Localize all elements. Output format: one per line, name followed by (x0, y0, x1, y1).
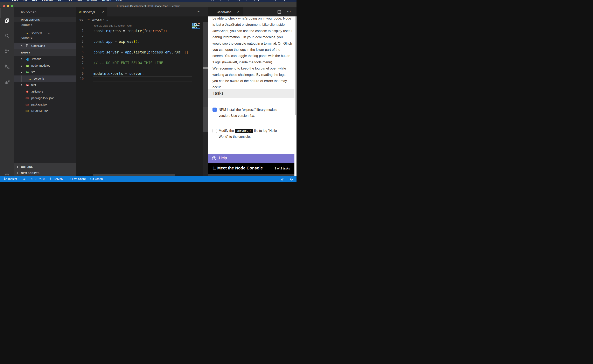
editor-item-detail: src (48, 32, 51, 35)
breadcrumb-symbol[interactable]: … (106, 18, 108, 21)
status-git-graph[interactable]: Git Graph (90, 177, 103, 181)
menu-item-run[interactable]: Run (77, 0, 82, 1)
tree-item-package-json[interactable]: npmpackage.json (14, 101, 76, 108)
menu-item-selection[interactable]: Selection (42, 0, 53, 1)
status-shmck[interactable]: ShMcK (49, 177, 63, 181)
status-0[interactable]: 0 (39, 177, 45, 181)
files-icon[interactable] (4, 18, 10, 23)
node-icon (26, 64, 29, 67)
switcher-icon[interactable] (282, 0, 285, 1)
close-tab-icon[interactable]: ✕ (237, 10, 240, 13)
editor-scrollbar-track[interactable] (203, 107, 208, 132)
breadcrumb-file[interactable]: server.js (92, 18, 101, 21)
task-label-1: NPM install the "express" library module… (219, 107, 277, 119)
circle-icon[interactable] (229, 0, 231, 1)
menu-item-terminal[interactable]: Terminal (87, 0, 97, 1)
code-line-4 (93, 44, 192, 50)
task-checkbox-2[interactable] (213, 129, 217, 133)
close-editor-icon[interactable]: ✕ (20, 44, 23, 47)
battery-icon[interactable] (254, 0, 259, 1)
menu-item-window[interactable]: Window (102, 0, 111, 1)
open-editors-header[interactable]: OPEN EDITORS (14, 17, 76, 22)
menu-item-view[interactable]: View (58, 0, 63, 1)
panel-actions-more-button[interactable]: ⋯ (287, 9, 291, 14)
activity-bar (0, 7, 14, 176)
tree-item-package-lock-json[interactable]: npmpackage-lock.json (14, 95, 76, 102)
status-master[interactable]: master (4, 177, 17, 181)
code-area[interactable]: const express = require("express");const… (93, 28, 192, 82)
extensions-icon[interactable] (4, 80, 10, 85)
editor-actions-more-button[interactable]: ⋯ (196, 9, 200, 14)
section-label: OUTLINE (21, 166, 33, 169)
menu-item-edit[interactable]: Edit (32, 0, 37, 1)
menu-item-file[interactable]: File (23, 0, 27, 1)
breadcrumb[interactable]: src › JS server.js › … (80, 16, 108, 23)
open-editor-item-server-js[interactable]: JSserver.jssrc (14, 30, 76, 36)
line-number: 5 (76, 50, 87, 55)
open-editor-item-coderoad[interactable]: ✕CodeRoad (14, 43, 76, 49)
minimap[interactable] (192, 23, 200, 29)
md-icon: M↓ (26, 110, 29, 113)
eject-icon[interactable] (246, 0, 248, 1)
close-tab-icon[interactable]: ✕ (102, 10, 105, 13)
breadcrumb-src[interactable]: src (80, 18, 83, 21)
codelens-annotation[interactable]: You, 20 days ago | 1 author (You) (93, 24, 132, 27)
tree-item--vscode[interactable]: .vscode (14, 56, 76, 63)
help-bar[interactable]: Help (208, 154, 294, 163)
person-icon (49, 177, 52, 181)
twisty-down-icon[interactable] (20, 71, 23, 74)
status-feedback[interactable] (281, 177, 284, 181)
shield-icon[interactable] (220, 0, 222, 1)
tree-item--gitignore[interactable]: .gitignore (14, 88, 76, 95)
minimap-line (192, 23, 200, 24)
task-checkbox-1[interactable]: ✓ (213, 108, 217, 112)
chevron-right-icon: › (84, 18, 86, 21)
sidebar-section-outline[interactable]: OUTLINE (14, 164, 76, 170)
npm-icon: npm (26, 103, 29, 106)
editor-scrollbar-thumb[interactable] (203, 67, 208, 69)
tree-item-label: README.md (31, 109, 48, 113)
twisty-right-icon[interactable] (20, 58, 23, 61)
tree-item-readme-md[interactable]: M↓README.md (14, 108, 76, 115)
search-icon[interactable] (4, 33, 10, 39)
tutorial-text-line: is just a JavaScript environment. Like c… (213, 21, 292, 27)
source-control-icon[interactable] (4, 49, 10, 54)
menu-item-help[interactable]: Help (116, 0, 122, 1)
run-debug-icon[interactable] (4, 64, 10, 69)
tab-label: server.js (83, 10, 95, 13)
task-text-line: NPM install the "express" library module (219, 107, 277, 113)
split-editor-icon[interactable] (277, 10, 281, 14)
editor-scrollbar-track[interactable] (203, 22, 208, 107)
list-icon[interactable] (291, 0, 293, 1)
menu-item-code[interactable]: Code (12, 0, 18, 1)
editor-item-label: server.js (31, 32, 42, 35)
twisty-right-icon[interactable] (20, 64, 23, 67)
tab-coderoad[interactable]: CodeRoad ✕ (208, 7, 243, 16)
twisty-right-icon[interactable] (20, 84, 23, 87)
npm-icon: npm (26, 97, 29, 100)
editor-group: JS server.js ✕ ⋯ src › JS server.js › … … (76, 7, 208, 176)
menu-item-go[interactable]: Go (68, 0, 72, 1)
tree-item-server-js[interactable]: JSserver.js (14, 76, 76, 82)
play-icon[interactable] (237, 0, 240, 1)
status-0[interactable]: 0 (30, 177, 36, 181)
warning-icon (39, 177, 42, 181)
tree-item-test[interactable]: test (14, 82, 76, 88)
status-live-share[interactable]: Live Share (67, 177, 86, 181)
editor-horizontal-scrollbar[interactable] (93, 174, 175, 176)
clock-icon[interactable] (265, 0, 267, 1)
display-icon[interactable] (211, 0, 214, 1)
tab-server-js[interactable]: JS server.js ✕ (76, 7, 107, 16)
webview-scrollbar-thumb[interactable] (295, 16, 296, 115)
chevron-right-icon (16, 166, 19, 169)
status-bell[interactable] (290, 177, 293, 181)
sidebar-section-npm-scripts[interactable]: NPM SCRIPTS (14, 170, 76, 176)
src-icon: </> (26, 71, 29, 74)
folder-section-header[interactable]: EMPTY (14, 49, 76, 56)
status-cloud-upload[interactable] (22, 177, 26, 181)
search-icon[interactable] (273, 0, 276, 1)
tree-item-node_modules[interactable]: node_modules (14, 63, 76, 69)
chevron-right-icon: › (103, 18, 104, 21)
vscode-window: CodeFileEditSelectionViewGoRunTerminalWi… (0, 0, 296, 182)
tree-item-src[interactable]: </>src (14, 69, 76, 76)
